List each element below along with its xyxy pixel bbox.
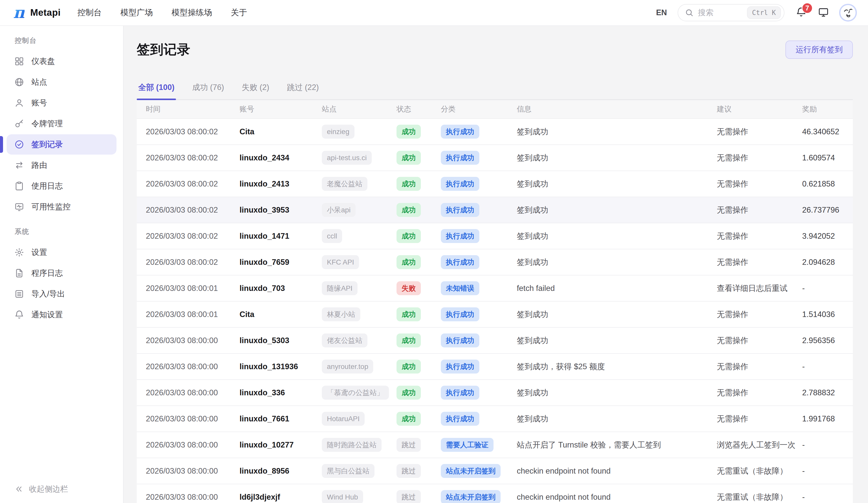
sidebar-item-label: 令牌管理 — [31, 118, 63, 129]
table-row[interactable]: 2026/03/03 08:00:00linuxdo_8956黑与白公益站跳过站… — [137, 457, 853, 484]
table-row[interactable]: 2026/03/03 08:00:02linuxdo_3953小呆api成功执行… — [137, 197, 853, 223]
sidebar-item-label: 仪表盘 — [31, 56, 55, 67]
column-header-分类: 分类 — [441, 104, 517, 114]
tab-3[interactable]: 跳过 (22) — [285, 82, 320, 99]
cell-reward: - — [802, 440, 844, 450]
site-badge: KFC API — [322, 255, 359, 269]
tab-1[interactable]: 成功 (76) — [191, 82, 226, 99]
cell-message: 签到成功 — [517, 152, 717, 163]
table-row[interactable]: 2026/03/03 08:00:02Citaeinzieg成功执行成功签到成功… — [137, 118, 853, 144]
sidebar-item-可用性监控[interactable]: 可用性监控 — [7, 197, 116, 217]
cell-advice: 无需操作 — [717, 152, 802, 163]
sidebar-item-令牌管理[interactable]: 令牌管理 — [7, 113, 116, 134]
checkin-records-table: 时间账号站点状态分类信息建议奖励 2026/03/03 08:00:02Cita… — [137, 100, 853, 503]
table-header-row: 时间账号站点状态分类信息建议奖励 — [137, 100, 853, 118]
cell-advice: 无需操作 — [717, 231, 802, 241]
cell-time: 2026/03/03 08:00:00 — [146, 493, 239, 502]
cell-site: 随缘API — [322, 281, 396, 295]
nav-link-3[interactable]: 关于 — [231, 7, 247, 18]
cell-time: 2026/03/03 08:00:02 — [146, 232, 239, 241]
sidebar-item-设置[interactable]: 设置 — [7, 242, 116, 262]
display-mode-button[interactable] — [818, 7, 829, 19]
cell-status: 成功 — [396, 177, 441, 191]
sidebar-section-label: 系统 — [15, 227, 123, 236]
sidebar-item-导入/导出[interactable]: 导入/导出 — [7, 284, 116, 304]
cell-status: 跳过 — [396, 438, 441, 452]
table-row[interactable]: 2026/03/03 08:00:02linuxdo_2434api-test.… — [137, 144, 853, 171]
cell-status: 成功 — [396, 203, 441, 217]
table-row[interactable]: 2026/03/03 08:00:00linuxdo_131936anyrout… — [137, 353, 853, 379]
cell-status: 成功 — [396, 255, 441, 269]
check-circle-icon — [14, 139, 24, 150]
sidebar-item-签到记录[interactable]: 签到记录 — [7, 134, 116, 154]
sidebar-item-站点[interactable]: 站点 — [7, 72, 116, 92]
tab-2[interactable]: 失败 (2) — [240, 82, 271, 99]
cell-site: 老魔公益站 — [322, 177, 396, 191]
cell-site: 小呆api — [322, 203, 396, 217]
sidebar-item-路由[interactable]: 路由 — [7, 155, 116, 175]
cell-advice: 无需操作 — [717, 179, 802, 189]
cell-time: 2026/03/03 08:00:00 — [146, 388, 239, 397]
user-avatar[interactable] — [839, 4, 857, 21]
language-toggle[interactable]: EN — [656, 8, 667, 17]
notifications-button[interactable]: 7 — [796, 7, 807, 19]
cell-account: linuxdo_336 — [239, 388, 322, 397]
tab-0[interactable]: 全部 (100) — [137, 82, 176, 99]
sidebar-item-通知设置[interactable]: 通知设置 — [7, 304, 116, 325]
sidebar-item-label: 使用日志 — [31, 181, 63, 191]
category-badge: 执行成功 — [441, 308, 479, 321]
sidebar-item-使用日志[interactable]: 使用日志 — [7, 176, 116, 196]
sidebar-item-账号[interactable]: 账号 — [7, 93, 116, 113]
cell-site: KFC API — [322, 255, 396, 269]
top-nav-links: 控制台模型广场模型操练场关于 — [78, 7, 247, 18]
avatar-face-icon — [840, 5, 856, 21]
sidebar-item-仪表盘[interactable]: 仪表盘 — [7, 51, 116, 71]
nav-link-1[interactable]: 模型广场 — [121, 7, 153, 18]
cell-site: 林夏小站 — [322, 308, 396, 321]
status-badge: 成功 — [396, 255, 421, 269]
table-row[interactable]: 2026/03/03 08:00:02linuxdo_1471ccll成功执行成… — [137, 223, 853, 249]
cell-time: 2026/03/03 08:00:02 — [146, 153, 239, 162]
run-all-checkins-button[interactable]: 运行所有签到 — [785, 41, 853, 59]
category-badge: 需要人工验证 — [441, 438, 494, 452]
column-header-账号: 账号 — [239, 104, 322, 114]
cell-category: 站点未开启签到 — [441, 464, 517, 478]
category-badge: 执行成功 — [441, 151, 479, 165]
category-badge: 站点未开启签到 — [441, 464, 500, 478]
table-row[interactable]: 2026/03/03 08:00:01Cita林夏小站成功执行成功签到成功无需操… — [137, 301, 853, 327]
table-row[interactable]: 2026/03/03 08:00:00linuxdo_5303佬友公益站成功执行… — [137, 327, 853, 353]
category-badge: 执行成功 — [441, 203, 479, 217]
collapse-sidebar-button[interactable]: 收起侧边栏 — [15, 484, 68, 494]
cell-account: linuxdo_2413 — [239, 179, 322, 189]
clipboard-icon — [14, 181, 24, 191]
monitor-icon — [818, 7, 829, 18]
table-row[interactable]: 2026/03/03 08:00:00linuxdo_10277随时跑路公益站跳… — [137, 432, 853, 457]
status-badge: 成功 — [396, 412, 421, 426]
nav-link-2[interactable]: 模型操练场 — [172, 7, 212, 18]
status-filter-tabs: 全部 (100)成功 (76)失败 (2)跳过 (22) — [137, 82, 853, 100]
table-row[interactable]: 2026/03/03 08:00:01linuxdo_703随缘API失败未知错… — [137, 275, 853, 301]
column-header-奖励: 奖励 — [802, 104, 844, 114]
cell-advice: 无需操作 — [717, 309, 802, 320]
table-row[interactable]: 2026/03/03 08:00:02linuxdo_7659KFC API成功… — [137, 249, 853, 275]
category-badge: 执行成功 — [441, 177, 479, 191]
table-row[interactable]: 2026/03/03 08:00:00linuxdo_7661HotaruAPI… — [137, 405, 853, 432]
table-row[interactable]: 2026/03/03 08:00:00ld6jl3djexjfWind Hub跳… — [137, 484, 853, 503]
nav-link-0[interactable]: 控制台 — [78, 7, 102, 18]
table-row[interactable]: 2026/03/03 08:00:00linuxdo_336「慕鸢の公益站」成功… — [137, 379, 853, 405]
site-badge: 随缘API — [322, 281, 358, 295]
sidebar-item-程序日志[interactable]: 程序日志 — [7, 263, 116, 283]
sidebar-section-label: 控制台 — [15, 36, 123, 45]
cell-message: 签到成功 — [517, 179, 717, 189]
search-shortcut-kbd: Ctrl K — [747, 6, 781, 19]
search-input[interactable]: 搜索 Ctrl K — [678, 4, 784, 21]
table-row[interactable]: 2026/03/03 08:00:02linuxdo_2413老魔公益站成功执行… — [137, 171, 853, 197]
sidebar-section-0: 控制台仪表盘站点账号令牌管理签到记录路由使用日志可用性监控 — [0, 36, 123, 217]
cell-time: 2026/03/03 08:00:00 — [146, 466, 239, 476]
site-badge: 「慕鸢の公益站」 — [322, 386, 389, 400]
cell-site: HotaruAPI — [322, 412, 396, 426]
main-content: 签到记录 运行所有签到 全部 (100)成功 (76)失败 (2)跳过 (22)… — [124, 26, 868, 503]
cell-site: api-test.us.ci — [322, 151, 396, 165]
cell-account: Cita — [239, 127, 322, 136]
status-badge: 成功 — [396, 229, 421, 243]
